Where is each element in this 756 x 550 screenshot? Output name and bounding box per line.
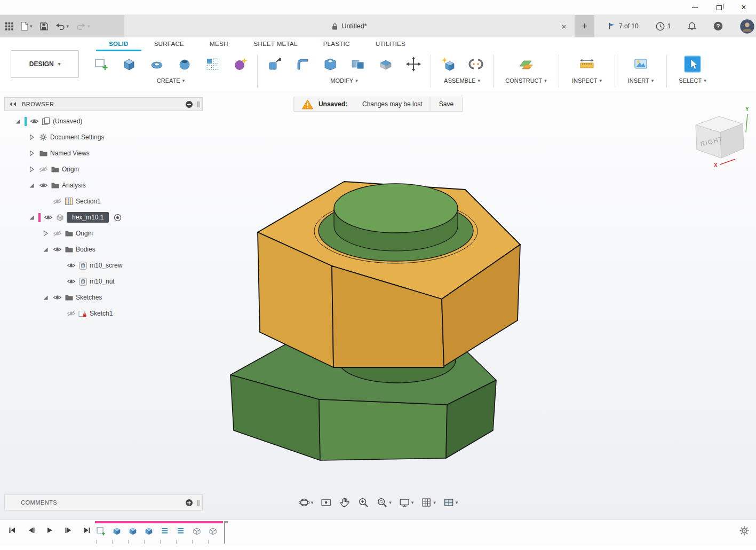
tree-label[interactable]: Named Views bbox=[50, 150, 90, 157]
visibility-icon[interactable] bbox=[43, 214, 53, 221]
construction-plane-button[interactable] bbox=[512, 51, 540, 77]
timeline-item-thread[interactable] bbox=[159, 525, 170, 536]
selected-component-label[interactable]: hex_m10:1 bbox=[67, 212, 109, 223]
recent-activity-button[interactable]: 1 bbox=[656, 22, 671, 31]
job-status-button[interactable]: 7 of 10 bbox=[608, 22, 639, 30]
look-at-tool[interactable] bbox=[319, 496, 333, 509]
press-pull-button[interactable] bbox=[261, 51, 289, 77]
visibility-icon[interactable] bbox=[66, 262, 76, 269]
activate-component-radio[interactable] bbox=[114, 214, 122, 222]
timeline-item-extrude[interactable] bbox=[127, 525, 138, 536]
add-comment-icon[interactable] bbox=[185, 499, 193, 507]
construct-dropdown[interactable]: CONSTRUCT▾ bbox=[505, 77, 547, 84]
tab-mesh[interactable]: MESH bbox=[197, 37, 241, 51]
visibility-off-icon[interactable] bbox=[52, 198, 62, 205]
visibility-off-icon[interactable] bbox=[52, 230, 62, 237]
move-copy-button[interactable] bbox=[400, 51, 427, 77]
tree-label[interactable]: m10_screw bbox=[90, 262, 122, 269]
tree-label[interactable]: Sketches bbox=[76, 294, 102, 301]
tree-row-origin-child[interactable]: Origin bbox=[4, 225, 203, 241]
workspace-switcher-design[interactable]: DESIGN ▾ bbox=[11, 50, 79, 78]
comments-panel-header[interactable]: COMMENTS bbox=[4, 494, 203, 510]
tree-row-m10-screw[interactable]: m10_screw bbox=[4, 257, 203, 273]
tree-row-named-views[interactable]: Named Views bbox=[4, 145, 203, 161]
remove-panel-icon[interactable] bbox=[185, 100, 193, 108]
collapse-panel-icon[interactable] bbox=[9, 101, 17, 107]
expand-arrow-icon[interactable] bbox=[27, 182, 36, 188]
tree-row-analysis[interactable]: Analysis bbox=[4, 177, 203, 193]
tree-row-sketch1[interactable]: Sketch1 bbox=[4, 305, 203, 321]
panel-resize-grip[interactable] bbox=[197, 500, 200, 506]
restore-button[interactable] bbox=[707, 0, 731, 15]
tab-utilities[interactable]: UTILITIES bbox=[363, 37, 418, 51]
tree-label[interactable]: Origin bbox=[62, 166, 79, 173]
visibility-icon[interactable] bbox=[38, 182, 48, 188]
save-link[interactable]: Save bbox=[430, 97, 462, 111]
timeline-item-extrude[interactable] bbox=[111, 525, 122, 536]
visibility-icon[interactable] bbox=[66, 278, 76, 285]
notifications-button[interactable] bbox=[688, 22, 696, 31]
create-sketch-button[interactable] bbox=[87, 51, 115, 77]
tree-label[interactable]: Bodies bbox=[76, 246, 96, 253]
fillet-button[interactable] bbox=[289, 51, 316, 77]
expand-arrow-icon[interactable] bbox=[27, 134, 36, 140]
display-settings-tool[interactable]: ▾ bbox=[397, 496, 416, 509]
assemble-dropdown[interactable]: ASSEMBLE▾ bbox=[444, 77, 480, 84]
tree-row-section1[interactable]: Section1 bbox=[4, 193, 203, 209]
timeline-settings-button[interactable] bbox=[739, 525, 750, 538]
undo-button[interactable]: ▾ bbox=[55, 22, 69, 30]
tree-label[interactable]: Section1 bbox=[76, 198, 101, 205]
timeline-item-thread[interactable] bbox=[175, 525, 186, 536]
insert-button[interactable] bbox=[627, 51, 655, 77]
tab-close-button[interactable]: × bbox=[559, 21, 569, 32]
save-button[interactable] bbox=[40, 22, 48, 30]
create-dropdown[interactable]: CREATE▾ bbox=[157, 77, 185, 84]
user-avatar[interactable] bbox=[740, 19, 754, 34]
offset-face-button[interactable] bbox=[372, 51, 400, 77]
expand-arrow-icon[interactable] bbox=[27, 150, 36, 156]
revolve-button[interactable] bbox=[143, 51, 171, 77]
combine-button[interactable] bbox=[344, 51, 372, 77]
select-button[interactable] bbox=[679, 51, 706, 77]
skip-to-end-button[interactable] bbox=[81, 524, 93, 536]
select-dropdown[interactable]: SELECT▾ bbox=[679, 77, 706, 84]
app-grid-menu-button[interactable] bbox=[5, 22, 13, 30]
expand-arrow-icon[interactable] bbox=[27, 166, 36, 172]
panel-resize-grip[interactable] bbox=[197, 101, 200, 107]
visibility-icon[interactable] bbox=[29, 118, 39, 124]
tree-row-root[interactable]: (Unsaved) bbox=[4, 113, 203, 129]
expand-arrow-icon[interactable] bbox=[13, 118, 22, 124]
expand-arrow-icon[interactable] bbox=[41, 294, 50, 301]
tree-label[interactable]: m10_nut bbox=[90, 278, 115, 285]
orbit-tool[interactable]: ▾ bbox=[297, 496, 315, 509]
tab-solid[interactable]: SOLID bbox=[96, 37, 141, 51]
form-button[interactable] bbox=[226, 51, 254, 77]
extrude-button[interactable] bbox=[115, 51, 143, 77]
timeline-item-sketch[interactable] bbox=[95, 525, 106, 536]
visibility-icon[interactable] bbox=[52, 246, 62, 253]
document-tab[interactable]: Untitled* × bbox=[124, 15, 575, 37]
visibility-off-icon[interactable] bbox=[38, 166, 48, 172]
minimize-button[interactable] bbox=[682, 0, 707, 15]
close-button[interactable]: × bbox=[731, 0, 756, 15]
measure-button[interactable] bbox=[573, 51, 601, 77]
timeline-item-extrude[interactable] bbox=[143, 525, 154, 536]
model-hex-assembly[interactable] bbox=[230, 182, 520, 460]
pan-tool[interactable] bbox=[337, 496, 352, 509]
new-component-button[interactable] bbox=[434, 51, 462, 77]
tab-surface[interactable]: SURFACE bbox=[141, 37, 197, 51]
joint-button[interactable] bbox=[462, 51, 490, 77]
tree-label[interactable]: Sketch1 bbox=[90, 310, 113, 317]
tree-label[interactable]: Analysis bbox=[62, 182, 86, 189]
pattern-button[interactable] bbox=[198, 51, 226, 77]
tree-label[interactable]: Origin bbox=[76, 230, 93, 237]
new-tab-button[interactable]: + bbox=[575, 15, 594, 37]
tree-label[interactable]: (Unsaved) bbox=[53, 117, 82, 125]
timeline-item-form-box[interactable] bbox=[191, 525, 202, 536]
timeline-playhead[interactable] bbox=[224, 521, 225, 544]
tree-row-bodies[interactable]: Bodies bbox=[4, 241, 203, 257]
redo-button[interactable]: ▾ bbox=[76, 22, 90, 30]
tree-label[interactable]: Document Settings bbox=[50, 133, 104, 141]
expand-arrow-icon[interactable] bbox=[41, 246, 50, 253]
viewports-tool[interactable]: ▾ bbox=[441, 496, 460, 509]
